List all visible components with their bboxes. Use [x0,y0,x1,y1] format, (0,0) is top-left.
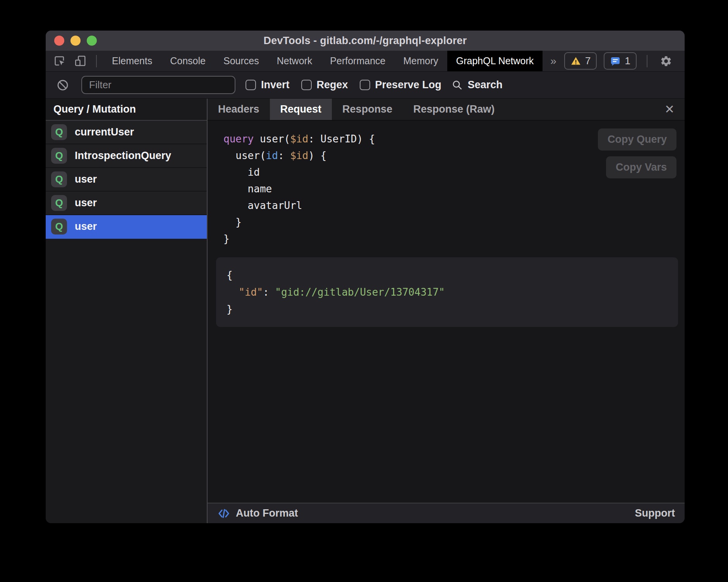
query-type-badge: Q [51,124,67,140]
checkbox-preserve-log[interactable]: Preserve Log [360,79,441,91]
query-name-label: currentUser [75,126,134,138]
kebab-menu-icon[interactable] [682,53,685,69]
filter-toolbar: InvertRegexPreserve Log Search [46,72,685,99]
query-name-label: IntrospectionQuery [75,150,171,162]
query-list: QcurrentUserQIntrospectionQueryQuserQuse… [46,121,207,239]
titlebar: DevTools - gitlab.com/-/graphql-explorer [46,31,685,51]
checkbox-box[interactable] [246,80,256,90]
code-line: { [227,267,670,284]
code-line: } [227,301,670,318]
query-type-badge: Q [51,195,67,211]
checkbox-box[interactable] [360,80,370,90]
devtools-tab-performance[interactable]: Performance [321,51,394,71]
checkbox-label: Invert [261,79,290,91]
devtools-tab-sources[interactable]: Sources [215,51,268,71]
devtools-window: DevTools - gitlab.com/-/graphql-explorer… [46,31,685,523]
query-sidebar: Query / Mutation QcurrentUserQIntrospect… [46,99,208,523]
detail-footer: Auto Format Support [208,503,685,523]
code-line: } [223,231,685,247]
filter-checkboxes: InvertRegexPreserve Log [246,79,441,91]
traffic-lights [54,31,97,51]
code-line: avatarUrl [223,197,685,214]
minimize-window-button[interactable] [70,36,81,46]
query-name-label: user [75,173,97,185]
detail-tabs: HeadersRequestResponseResponse (Raw) ✕ [208,99,685,121]
checkbox-invert[interactable]: Invert [246,79,290,91]
devtools-tab-console[interactable]: Console [161,51,215,71]
checkbox-label: Preserve Log [375,79,441,91]
query-type-badge: Q [51,148,67,164]
devtools-tab-memory[interactable]: Memory [394,51,447,71]
request-variables-code: { "id": "gid://gitlab/User/13704317"} [216,257,678,327]
toolbar-separator [96,55,97,67]
checkbox-regex[interactable]: Regex [301,79,348,91]
code-line: "id": "gid://gitlab/User/13704317" [227,284,670,301]
filter-input[interactable] [81,76,235,94]
copy-query-button[interactable]: Copy Query [598,128,676,151]
code-format-icon [217,507,230,520]
query-type-badge: Q [51,171,67,187]
detail-tab-headers[interactable]: Headers [208,99,270,120]
search-icon [452,79,463,91]
toolbar-icons [46,51,103,71]
badges-separator [647,55,647,67]
detail-panel: HeadersRequestResponseResponse (Raw) ✕ q… [208,99,685,523]
main-content: Query / Mutation QcurrentUserQIntrospect… [46,99,685,523]
settings-gear-icon[interactable] [658,53,675,69]
message-count: 1 [625,55,630,67]
close-window-button[interactable] [54,36,64,46]
checkbox-box[interactable] [301,80,312,90]
tabbar-right-controls: 7 1 [564,51,685,71]
devtools-tab-graphql-network[interactable]: GraphQL Network [447,51,543,71]
copy-vars-button[interactable]: Copy Vars [606,156,676,178]
auto-format-button[interactable]: Auto Format [236,507,298,519]
warning-icon [570,56,581,67]
block-requests-icon[interactable] [54,77,71,93]
query-list-item[interactable]: QIntrospectionQuery [46,144,207,168]
zoom-window-button[interactable] [87,36,97,46]
devtools-tabbar: ElementsConsoleSourcesNetworkPerformance… [46,51,685,72]
query-list-item[interactable]: Quser [46,168,207,192]
devtools-tabs: ElementsConsoleSourcesNetworkPerformance… [103,51,543,71]
query-name-label: user [75,221,97,233]
window-title: DevTools - gitlab.com/-/graphql-explorer [263,35,467,47]
sidebar-header: Query / Mutation [46,99,207,121]
code-line: } [223,214,685,231]
inspect-element-icon[interactable] [51,53,68,69]
message-icon [610,56,621,67]
detail-tab-response-raw[interactable]: Response (Raw) [403,99,505,120]
support-link[interactable]: Support [635,507,675,519]
copy-buttons: Copy Query Copy Vars [598,128,676,178]
messages-badge[interactable]: 1 [604,52,636,70]
query-name-label: user [75,197,97,209]
more-tabs-chevron-icon[interactable]: » [543,51,564,71]
request-tab-body: query user($id: UserID) { user(id: $id) … [208,121,685,503]
code-line: name [223,181,685,197]
detail-tab-request[interactable]: Request [270,99,332,120]
devtools-tab-elements[interactable]: Elements [103,51,161,71]
checkbox-label: Regex [317,79,348,91]
warnings-badge[interactable]: 7 [564,52,597,70]
device-toolbar-icon[interactable] [72,53,89,69]
warning-count: 7 [585,55,591,67]
devtools-tab-network[interactable]: Network [268,51,321,71]
close-detail-icon[interactable]: ✕ [654,99,685,120]
query-list-item[interactable]: QcurrentUser [46,121,207,144]
search-control[interactable]: Search [452,79,503,91]
query-list-item[interactable]: Quser [46,192,207,215]
query-type-badge: Q [51,219,67,235]
search-label: Search [468,79,503,91]
query-list-item[interactable]: Quser [46,215,207,239]
detail-tab-response[interactable]: Response [332,99,403,120]
